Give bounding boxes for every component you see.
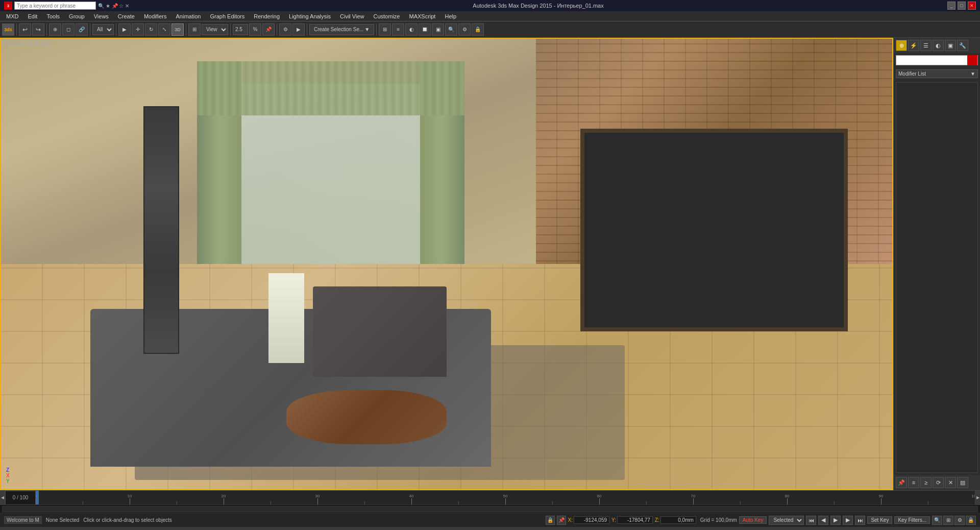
sep5 <box>186 23 186 36</box>
zoom-value-input[interactable] <box>233 24 248 35</box>
close-button[interactable]: ✕ <box>968 2 976 10</box>
menu-item-edit[interactable]: Edit <box>23 12 41 20</box>
configure-btn[interactable]: ▤ <box>957 477 968 488</box>
hierarchy-panel-btn[interactable]: ☰ <box>920 40 932 51</box>
modifier-list-label: Modifier List <box>898 71 926 77</box>
menu-item-mxd[interactable]: MXD <box>2 12 22 20</box>
redo-button[interactable]: ↪ <box>32 23 44 36</box>
menu-item-civil-view[interactable]: Civil View <box>336 12 368 20</box>
timeline-nav-left[interactable]: ◀ <box>0 491 5 505</box>
next-frame-btn[interactable]: ▶ <box>843 516 853 525</box>
pin-stack-btn[interactable]: 📌 <box>896 477 907 488</box>
align-top-btn[interactable]: ≡ <box>908 477 919 488</box>
modifier-list-dropdown[interactable]: Modifier List ▼ <box>896 69 978 78</box>
reset-btn[interactable]: ⟳ <box>933 477 944 488</box>
toolbar-btn-e[interactable]: ▣ <box>432 23 444 36</box>
z-coord-input[interactable] <box>660 516 696 524</box>
sep4 <box>116 23 116 36</box>
go-to-end-btn[interactable]: ⏭ <box>855 516 865 525</box>
menu-item-help[interactable]: Help <box>440 12 460 20</box>
key-filters-button[interactable]: Key Filters... <box>894 516 930 524</box>
trackbar-content <box>2 506 978 512</box>
display-panel-btn[interactable]: ▣ <box>945 40 956 51</box>
selected-dropdown[interactable]: Selected <box>769 516 804 525</box>
lock-icon[interactable]: 🔒 <box>546 516 555 525</box>
align-mid-btn[interactable]: ≥ <box>920 477 932 488</box>
sep9 <box>376 23 377 36</box>
create-selection-button[interactable]: Create Selection Se... ▼ <box>309 24 374 35</box>
scene-picture-frames <box>143 106 179 354</box>
undo-button[interactable]: ↩ <box>19 23 31 36</box>
extra-btn-2[interactable]: ⊞ <box>943 516 953 525</box>
toolbar-btn-b[interactable]: ≡ <box>392 23 404 36</box>
status-right: 🔒 📌 X: Y: Z: Grid = 100,0mm Auto Key Sel… <box>546 516 976 525</box>
percent-btn[interactable]: % <box>249 23 261 36</box>
menu-item-tools[interactable]: Tools <box>42 12 64 20</box>
modify-panel-btn[interactable]: ⚡ <box>908 40 919 51</box>
toolbar-btn-d[interactable]: 🔲 <box>419 23 431 36</box>
extra-btn-3[interactable]: ⚙ <box>954 516 965 525</box>
timeline-tick <box>834 501 835 504</box>
ref-coord-btn[interactable]: ⊞ <box>188 23 201 36</box>
toolbar-btn-g[interactable]: ⚙ <box>458 23 471 36</box>
select-filter-dropdown[interactable]: All <box>92 24 114 35</box>
prev-frame-btn[interactable]: ◀ <box>818 516 828 525</box>
move-btn[interactable]: ✛ <box>132 23 144 36</box>
toolbar-btn-c[interactable]: ◐ <box>405 23 418 36</box>
maximize-button[interactable]: □ <box>958 2 966 10</box>
create-panel-btn[interactable]: ⊕ <box>896 40 907 51</box>
app-logo-btn[interactable]: 3ds <box>2 23 14 36</box>
sep6 <box>230 23 231 36</box>
auto-key-button[interactable]: Auto Key <box>739 516 767 524</box>
go-to-start-btn[interactable]: ⏮ <box>806 516 816 525</box>
toolbar-btn-h[interactable]: 🔒 <box>472 23 484 36</box>
timeline-nav-right[interactable]: ▶ <box>975 491 980 505</box>
set-key-button[interactable]: Set Key <box>867 516 892 524</box>
sep3 <box>90 23 90 36</box>
search-input[interactable] <box>14 2 96 10</box>
y-coord-input[interactable] <box>617 516 653 524</box>
snap-toggle[interactable]: 📌 <box>557 516 566 525</box>
minimize-button[interactable]: _ <box>947 2 955 10</box>
menu-item-animation[interactable]: Animation <box>172 12 205 20</box>
snap-btn[interactable]: 📌 <box>262 23 275 36</box>
select-by-region-btn[interactable]: ◻ <box>62 23 75 36</box>
z-label: Z: <box>655 517 659 523</box>
modifier-search-input[interactable] <box>896 58 967 63</box>
scale-btn[interactable]: ⤡ <box>158 23 170 36</box>
window-controls: _ □ ✕ <box>947 2 976 10</box>
render-btn[interactable]: ▶ <box>292 23 305 36</box>
menu-item-views[interactable]: Views <box>90 12 113 20</box>
modifier-search-btn[interactable] <box>967 55 977 65</box>
snap-3d-btn[interactable]: 3D <box>172 23 184 36</box>
menu-item-graph-editors[interactable]: Graph Editors <box>206 12 249 20</box>
toolbar: 3ds ↩ ↪ ⊕ ◻ 🔗 All ▶ ✛ ↻ ⤡ 3D ⊞ View % 📌 … <box>0 21 980 38</box>
timeline-tick <box>458 501 459 504</box>
timeline-tick-label: 50 <box>503 494 508 498</box>
play-btn[interactable]: ▶ <box>830 516 841 525</box>
viewport-label: [Perspective] Shaded <box>3 41 52 46</box>
delete-mod-btn[interactable]: ✕ <box>945 477 956 488</box>
toolbar-btn-f[interactable]: 🔍 <box>445 23 457 36</box>
extra-btn-4[interactable]: 🔒 <box>966 516 976 525</box>
menu-item-maxscript[interactable]: MAXScript <box>405 12 439 20</box>
menu-item-lighting-analysis[interactable]: Lighting Analysis <box>285 12 335 20</box>
utilities-panel-btn[interactable]: 🔧 <box>957 40 968 51</box>
select-object-btn[interactable]: ⊕ <box>49 23 61 36</box>
extra-btn-1[interactable]: 🔍 <box>932 516 942 525</box>
toolbar-btn-a[interactable]: ⊞ <box>379 23 391 36</box>
view-mode-dropdown[interactable]: View <box>202 24 228 35</box>
link-btn[interactable]: 🔗 <box>76 23 88 36</box>
menu-item-create[interactable]: Create <box>114 12 139 20</box>
motion-panel-btn[interactable]: ◐ <box>933 40 944 51</box>
render-setup-btn[interactable]: ⚙ <box>279 23 291 36</box>
menu-item-customize[interactable]: Customize <box>370 12 404 20</box>
timeline-track[interactable]: 0102030405060708090100 <box>36 491 975 504</box>
menu-item-group[interactable]: Group <box>65 12 89 20</box>
x-coord-input[interactable] <box>574 516 609 524</box>
rotate-btn[interactable]: ↻ <box>145 23 157 36</box>
menu-item-rendering[interactable]: Rendering <box>250 12 284 20</box>
select-btn[interactable]: ▶ <box>118 23 131 36</box>
viewport[interactable]: [Perspective] Shaded <box>0 38 893 490</box>
menu-item-modifiers[interactable]: Modifiers <box>140 12 171 20</box>
